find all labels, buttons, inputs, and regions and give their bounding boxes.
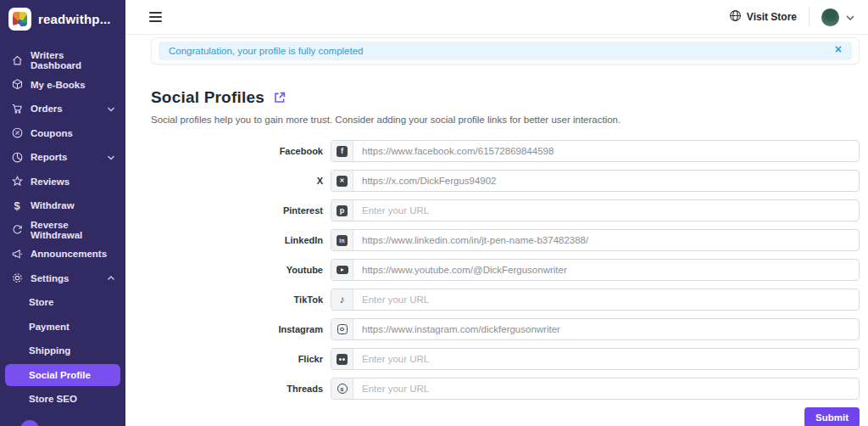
form-row-youtube: Youtube [151,259,860,281]
flickr-url-input[interactable] [353,349,859,369]
flickr-icon [331,349,353,369]
chevron-up-icon [107,274,115,282]
sidebar-item-my-ebooks[interactable]: My e-Books [0,73,125,98]
sidebar-subitem-shipping[interactable]: Shipping [0,339,125,363]
sidebar-nav: Writers Dashboard My e-Books Orders Coup… [0,48,125,411]
gear-icon [10,272,24,285]
instagram-url-input[interactable] [353,319,859,339]
pinterest-icon: p [331,200,353,221]
form-row-facebook: Facebook f [151,140,860,162]
megaphone-icon [10,247,24,261]
globe-icon [729,9,742,25]
threads-url-input[interactable] [353,378,859,399]
external-link-icon[interactable] [273,91,287,104]
chevron-down-icon [107,105,115,113]
tiktok-label: TikTok [151,294,331,305]
pie-chart-icon [10,150,24,164]
threads-icon: s [331,378,353,399]
percent-circle-icon [10,126,24,140]
social-profiles-form: Facebook f X ✕ Pinterest p [151,140,860,426]
submit-button[interactable]: Submit [804,407,860,426]
instagram-icon [331,319,353,339]
menu-toggle-icon[interactable] [149,12,162,22]
page-title: Social Profiles [151,88,264,107]
sidebar-subitem-store[interactable]: Store [0,290,125,315]
sidebar-item-coupons[interactable]: Coupons [0,121,125,146]
user-menu[interactable] [821,8,854,26]
alert-message: Congratulation, your profile is fully co… [169,46,363,56]
star-icon [10,175,24,188]
youtube-label: Youtube [151,265,331,275]
sidebar-item-reviews[interactable]: Reviews [0,170,125,194]
sidebar-item-reports[interactable]: Reports [0,145,125,170]
flickr-label: Flickr [151,354,331,364]
sidebar-item-writers-dashboard[interactable]: Writers Dashboard [0,48,125,73]
facebook-url-input[interactable] [353,141,859,161]
facebook-label: Facebook [151,146,331,156]
main-area: Visit Store Congratulation, your profile… [125,0,868,426]
close-icon[interactable]: × [835,43,842,55]
form-row-instagram: Instagram [151,318,860,340]
form-row-threads: Threads s [151,378,860,400]
youtube-url-input[interactable] [353,260,859,280]
visit-store-link[interactable]: Visit Store [729,9,797,25]
form-row-x: X ✕ [151,170,860,192]
redo-arrow-icon [10,223,24,237]
sidebar-item-settings[interactable]: Settings [0,266,125,291]
brand-name: readwithp... [38,12,111,26]
sidebar-item-orders[interactable]: Orders [0,97,125,121]
sidebar-bottom-avatar[interactable] [20,420,39,426]
profile-complete-alert: Congratulation, your profile is fully co… [159,42,852,60]
youtube-icon [331,260,353,280]
header-divider [809,8,810,26]
alert-card: Congratulation, your profile is fully co… [151,37,860,64]
sidebar-item-withdraw[interactable]: $ Withdraw [0,193,125,218]
form-row-tiktok: TikTok ♪ [151,289,860,311]
sidebar-subitem-store-seo[interactable]: Store SEO [0,387,125,412]
chevron-down-icon [846,9,854,25]
chevron-down-icon [107,154,115,161]
tiktok-url-input[interactable] [353,289,859,310]
cube-icon [10,78,24,92]
dollar-icon: $ [10,199,24,212]
avatar [821,8,839,26]
instagram-label: Instagram [151,324,331,334]
threads-label: Threads [151,384,331,394]
form-row-linkedin: LinkedIn in [151,229,860,251]
content: Congratulation, your profile is fully co… [125,35,868,426]
top-header: Visit Store [125,0,868,35]
linkedin-icon: in [331,230,353,250]
sidebar-subitem-social-profile[interactable]: Social Profile [5,364,120,386]
pinterest-url-input[interactable] [353,200,859,221]
x-url-input[interactable] [353,171,859,191]
pinterest-label: Pinterest [151,205,331,216]
home-icon [10,53,24,67]
x-label: X [151,176,331,186]
linkedin-url-input[interactable] [353,230,859,250]
sidebar-subitem-payment[interactable]: Payment [0,315,125,339]
section-description: Social profiles help you to gain more tr… [151,115,860,125]
linkedin-label: LinkedIn [151,235,331,245]
form-row-flickr: Flickr [151,348,860,370]
cart-icon [10,102,24,115]
facebook-icon: f [331,141,353,161]
sidebar-item-announcements[interactable]: Announcements [0,242,125,266]
brand-logo-icon [8,8,31,31]
form-row-pinterest: Pinterest p [151,199,860,221]
x-icon: ✕ [331,171,353,191]
sidebar: readwithp... Writers Dashboard My e-Book… [0,0,125,426]
tiktok-icon: ♪ [331,289,353,310]
brand-logo[interactable]: readwithp... [0,0,125,38]
sidebar-item-reverse-withdrawal[interactable]: Reverse Withdrawal [0,218,125,243]
